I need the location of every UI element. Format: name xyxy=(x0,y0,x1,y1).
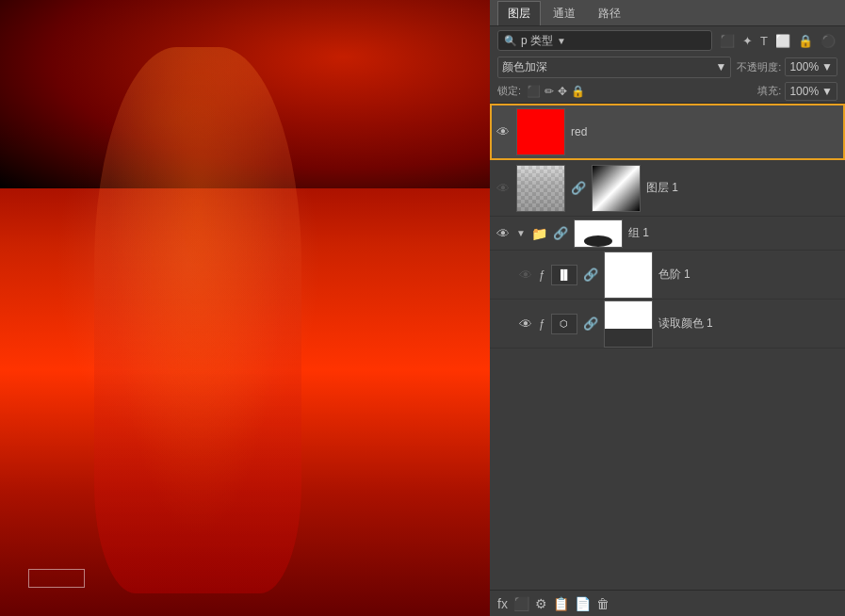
sampler-mask-fill xyxy=(605,301,652,347)
group-thumb-splotch xyxy=(584,235,612,247)
layer-name-sampler: 读取颜色 1 xyxy=(658,316,839,332)
chain-icon-sampler[interactable]: 🔗 xyxy=(583,316,598,331)
filter-icon: 🔍 xyxy=(504,35,517,47)
filter-toggle-icon[interactable]: ⚫ xyxy=(819,32,837,50)
layer-name-1: 图层 1 xyxy=(646,180,839,196)
blend-dropdown-arrow: ▼ xyxy=(715,60,726,73)
chain-icon-group[interactable]: 🔗 xyxy=(553,226,568,240)
opacity-section: 不透明度: 100% ▼ xyxy=(737,57,837,76)
layer-name-levels: 色阶 1 xyxy=(658,267,839,283)
canvas-area xyxy=(0,0,490,616)
filter-toolbar: 🔍 p 类型 ▼ ⬛ ✦ T ⬜ 🔒 ⚫ xyxy=(490,26,845,55)
layer-item-red[interactable]: 👁 red xyxy=(490,104,845,160)
lock-icons: ⬛ ✏ ✥ 🔒 xyxy=(527,85,585,98)
sampler-adj-icon: ƒ xyxy=(539,317,545,331)
fill-label: 填充: xyxy=(757,84,781,98)
add-adjustment-icon[interactable]: ⚙ xyxy=(535,596,547,611)
group-thumb xyxy=(574,219,623,248)
lock-move-icon[interactable]: ✥ xyxy=(558,85,567,98)
visibility-icon-red[interactable]: 👁 xyxy=(496,124,511,139)
layer-thumb-1 xyxy=(516,165,565,212)
tab-layers[interactable]: 图层 xyxy=(497,1,541,25)
layer-filter-box[interactable]: 🔍 p 类型 ▼ xyxy=(497,30,712,51)
tab-paths[interactable]: 路径 xyxy=(588,1,631,25)
levels-mask-thumb xyxy=(604,251,653,299)
filter-dropdown-arrow[interactable]: ▼ xyxy=(557,36,566,46)
visibility-icon-1[interactable]: 👁 xyxy=(496,181,511,196)
visibility-icon-group[interactable]: 👁 xyxy=(496,226,511,241)
fill-section: 填充: 100% ▼ xyxy=(757,82,837,101)
fx-icon[interactable]: fx xyxy=(497,596,508,611)
tab-channels[interactable]: 通道 xyxy=(543,1,586,25)
layer-adj-sampler[interactable]: 👁 ƒ ⬡ 🔗 读取颜色 1 xyxy=(490,300,845,349)
layer-item-1[interactable]: 👁 🔗 图层 1 xyxy=(490,160,845,217)
layers-list: 👁 red 👁 🔗 图层 1 👁 ▼ 📁 🔗 xyxy=(490,104,845,590)
layer-thumb-red xyxy=(516,108,565,155)
thumb-figure xyxy=(517,166,564,211)
layer-mask-1 xyxy=(592,165,641,212)
sampler-icon-thumb: ⬡ xyxy=(551,314,577,334)
thumb-checker-fill xyxy=(517,166,564,211)
add-group-icon[interactable]: 📋 xyxy=(553,596,569,611)
lock-paint-icon[interactable]: ✏ xyxy=(544,85,554,98)
layer-type-icons: ⬛ ✦ T ⬜ 🔒 ⚫ xyxy=(718,32,837,50)
lock-pixel-icon[interactable]: ⬛ xyxy=(527,85,541,98)
opacity-value: 100% xyxy=(789,60,819,73)
opacity-label: 不透明度: xyxy=(737,60,781,74)
levels-adj-icon: ƒ xyxy=(539,268,545,282)
layer-group-1[interactable]: 👁 ▼ 📁 🔗 组 1 xyxy=(490,217,845,251)
panel-tabs: 图层 通道 路径 xyxy=(490,0,845,26)
filter-type-label: p 类型 xyxy=(521,33,553,49)
canvas-image xyxy=(0,0,490,616)
mask-bw-fill xyxy=(593,166,640,211)
pixel-icon[interactable]: ⬛ xyxy=(718,32,737,50)
add-mask-icon[interactable]: ⬛ xyxy=(513,596,529,611)
layer-adj-levels[interactable]: 👁 ƒ ▐▌ 🔗 色阶 1 xyxy=(490,251,845,300)
fill-dropdown[interactable]: 100% ▼ xyxy=(785,82,837,101)
levels-chart-icon: ▐▌ xyxy=(558,269,571,280)
sampler-icon: ⬡ xyxy=(560,318,568,329)
group-arrow-icon[interactable]: ▼ xyxy=(516,228,526,238)
layer-name-red: red xyxy=(571,125,839,138)
panel-bottom-bar: fx ⬛ ⚙ 📋 📄 🗑 xyxy=(490,590,845,616)
blend-mode-dropdown[interactable]: 颜色加深 ▼ xyxy=(497,57,731,78)
adjustment-filter-icon[interactable]: ✦ xyxy=(740,32,755,50)
lock-all-icon[interactable]: 🔒 xyxy=(571,85,585,98)
figure-outline xyxy=(94,47,301,593)
smart-filter-icon[interactable]: 🔒 xyxy=(796,32,815,50)
opacity-dropdown[interactable]: 100% ▼ xyxy=(785,57,837,76)
levels-icon-thumb: ▐▌ xyxy=(551,265,577,285)
fill-value: 100% xyxy=(789,85,819,98)
shape-filter-icon[interactable]: ⬜ xyxy=(773,32,792,50)
visibility-icon-sampler[interactable]: 👁 xyxy=(518,316,533,332)
visibility-icon-levels[interactable]: 👁 xyxy=(518,267,533,283)
chain-icon-1[interactable]: 🔗 xyxy=(571,181,586,195)
blend-mode-value: 颜色加深 xyxy=(502,59,547,75)
text-filter-icon[interactable]: T xyxy=(758,32,770,50)
folder-icon: 📁 xyxy=(531,226,547,241)
new-layer-icon[interactable]: 📄 xyxy=(575,596,591,611)
thumb-red-fill xyxy=(517,109,564,154)
fill-arrow: ▼ xyxy=(821,85,833,98)
chain-icon-levels[interactable]: 🔗 xyxy=(583,267,598,282)
layers-panel: 图层 通道 路径 🔍 p 类型 ▼ ⬛ ✦ T ⬜ 🔒 ⚫ 颜色加深 ▼ 不透明… xyxy=(490,0,845,616)
selection-rect xyxy=(28,569,85,588)
blend-mode-row: 颜色加深 ▼ 不透明度: 100% ▼ xyxy=(490,55,845,79)
sampler-mask-thumb xyxy=(604,300,653,348)
layer-name-group: 组 1 xyxy=(628,225,839,241)
delete-layer-icon[interactable]: 🗑 xyxy=(596,596,609,611)
lock-label: 锁定: xyxy=(497,84,521,98)
bottom-icons: fx ⬛ ⚙ 📋 📄 🗑 xyxy=(497,596,609,611)
opacity-arrow: ▼ xyxy=(821,60,833,73)
lock-row: 锁定: ⬛ ✏ ✥ 🔒 填充: 100% ▼ xyxy=(490,79,845,104)
